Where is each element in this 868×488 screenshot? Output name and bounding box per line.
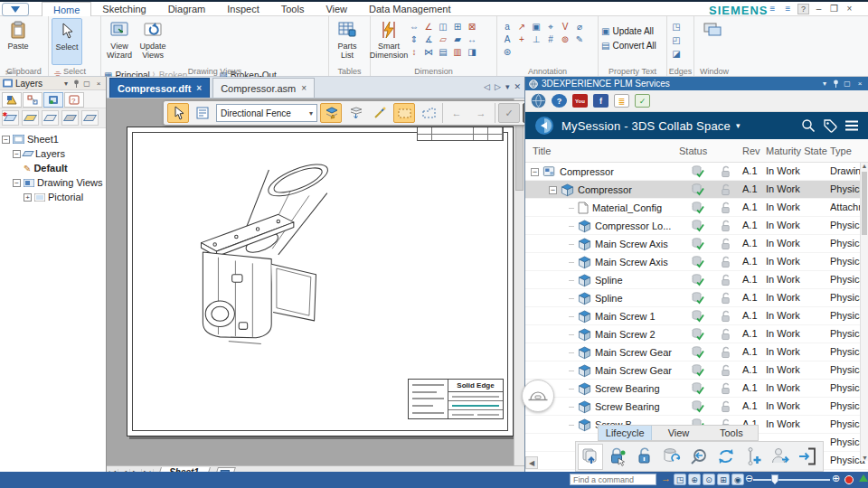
tree-node-pictorial[interactable]: + Pictorial [2, 190, 104, 204]
tree-node-sheet[interactable]: − Sheet1 [2, 132, 104, 146]
show-layer-icon[interactable] [22, 110, 39, 126]
menu-tab[interactable]: View [315, 2, 358, 16]
panel-menu-icon[interactable]: ▾ [61, 80, 71, 88]
menu-tab[interactable]: Inspect [216, 2, 269, 16]
table-row[interactable]: Compressor Lo... A.1 In Work Physica [525, 217, 868, 235]
zoom-slider-handle[interactable] [771, 474, 778, 484]
canvas-vertical-scrollbar[interactable]: ▲ [514, 99, 524, 465]
close-tab-icon[interactable]: × [196, 83, 202, 93]
find-command-input[interactable] [570, 474, 656, 485]
table-row[interactable]: Main Screw 1 A.1 In Work Physica [525, 307, 868, 325]
groups-tab-icon[interactable] [23, 92, 42, 108]
dimension-tool-icon[interactable]: ↔ [465, 34, 479, 47]
annotation-tool-icon[interactable]: ⌀ [572, 22, 587, 34]
help-tab-icon[interactable]: ? [64, 92, 84, 108]
tree-node-default-layer[interactable]: ✎ Default [2, 161, 104, 175]
lock-checkout-button[interactable] [605, 444, 630, 470]
search-icon[interactable] [801, 118, 816, 133]
dimension-tool-icon[interactable]: ⊞ [450, 22, 465, 34]
menu-tab[interactable]: Sketching [91, 2, 156, 16]
column-title[interactable]: Title [533, 145, 551, 156]
close-panel-icon[interactable]: × [855, 80, 864, 88]
save-to-plm-button[interactable] [578, 444, 603, 470]
collapse-icon[interactable]: − [13, 150, 21, 158]
table-row[interactable]: − Compressor A.1 In Work Drawing [525, 163, 868, 181]
pin-icon[interactable] [833, 80, 839, 88]
close-panel-icon[interactable]: × [94, 80, 103, 88]
edges-tool-icon[interactable]: ◪ [670, 49, 683, 61]
collapse-icon[interactable]: − [13, 179, 21, 187]
annotation-tool-icon[interactable]: ↗ [514, 22, 529, 34]
dimension-tool-icon[interactable]: ↕ [407, 47, 421, 60]
options-list-button[interactable] [192, 103, 213, 123]
document-tab[interactable]: Compressor.dft × [109, 78, 210, 98]
table-row[interactable]: Main Screw Axis A.1 In Work Physica [525, 235, 868, 253]
popup-tab[interactable]: Lifecycle [599, 426, 652, 440]
dimension-tool-icon[interactable]: ⇕ [407, 34, 421, 47]
sync-button[interactable] [713, 444, 739, 470]
table-row[interactable]: Screw Bearing A.1 In Work Physica [525, 398, 868, 416]
dimension-tool-icon[interactable]: ◫ [436, 22, 450, 34]
tab-list-icon[interactable]: ▾ [505, 82, 510, 91]
close-document-icon[interactable]: ✕ [514, 82, 521, 91]
dimension-tool-icon[interactable]: ∠ [421, 22, 436, 34]
dimension-tool-icon[interactable]: ∡ [421, 34, 436, 47]
column-maturity[interactable]: Maturity State [766, 145, 827, 156]
exit-button[interactable] [795, 444, 820, 470]
dimension-tool-icon[interactable]: ◨ [465, 47, 479, 60]
pin-icon[interactable] [73, 80, 80, 88]
drawing-canvas[interactable]: Solid Edge [107, 99, 514, 465]
expand-icon[interactable]: + [24, 193, 32, 202]
annotation-tool-icon[interactable]: + [514, 34, 529, 47]
facebook-icon[interactable]: f [593, 94, 609, 108]
collapse-icon[interactable]: − [2, 136, 10, 144]
top-level-select-button[interactable] [320, 103, 342, 123]
scroll-tabs-right-icon[interactable]: ▷ [495, 82, 501, 91]
transfer-ownership-button[interactable] [768, 444, 793, 470]
table-row[interactable]: − Compressor A.1 In Work Physica [525, 181, 868, 199]
view-wizard-button[interactable]: View Wizard [104, 18, 135, 65]
dimension-tool-icon[interactable]: ▤ [436, 47, 450, 60]
table-row[interactable]: Spline A.1 In Work Physica [525, 289, 868, 307]
document-tab[interactable]: Compressor.asm × [212, 78, 315, 98]
dimension-tool-icon[interactable]: ⇔ [407, 22, 421, 34]
table-row[interactable]: Main Screw Axis A.1 In Work Physica [525, 253, 868, 271]
back-button[interactable]: ← [446, 103, 467, 123]
edges-tool-icon[interactable]: ◳ [670, 22, 683, 33]
quickpick-button[interactable] [369, 103, 391, 123]
annotation-tool-icon[interactable]: V [558, 22, 572, 34]
minimize-button[interactable]: – [813, 4, 825, 14]
annotation-tool-icon[interactable]: a [500, 22, 514, 34]
collapse-icon[interactable]: − [531, 168, 539, 176]
record-icon[interactable] [844, 475, 854, 484]
plm-vertical-scrollbar[interactable]: ▲▼ [860, 163, 868, 461]
restore-button[interactable]: ❐ [828, 4, 840, 14]
assistant-helmet-button[interactable] [522, 380, 554, 412]
property-text-command[interactable]: ▤Convert All [601, 38, 664, 52]
layers-tab-icon[interactable] [43, 92, 63, 108]
dimension-tool-icon[interactable]: ▥ [450, 47, 465, 60]
annotation-tool-icon[interactable]: ▣ [529, 22, 543, 34]
column-status[interactable]: Status [679, 145, 707, 156]
panel-menu-icon[interactable]: ▾ [820, 80, 829, 88]
zoom-icon[interactable]: ⊕ [688, 474, 701, 485]
layout-alt-icon[interactable]: ≡ [782, 4, 794, 14]
compass-globe-icon[interactable] [531, 93, 546, 108]
table-row[interactable]: Screw Bearing A.1 In Work Physica [525, 380, 868, 398]
layout-icon[interactable]: ≡ [767, 4, 778, 14]
float-panel-icon[interactable]: ▢ [82, 80, 91, 88]
tree-node-drawing-views[interactable]: − Drawing Views [2, 175, 104, 190]
select-tool-button[interactable] [167, 103, 189, 123]
annotation-tool-icon[interactable]: ⊥ [529, 34, 543, 47]
hamburger-menu-icon[interactable] [844, 120, 859, 131]
zoom-slider-track[interactable] [753, 479, 830, 481]
forward-button[interactable]: → [470, 103, 492, 123]
zoom-out-icon[interactable]: ⊖ [745, 473, 753, 484]
command-arrow-icon[interactable]: → [661, 473, 671, 483]
edges-tool-icon[interactable]: ◰ [670, 35, 683, 47]
dimension-tool-icon[interactable]: ▱ [436, 34, 450, 47]
table-row[interactable]: Material_Config A.1 In Work Attachm [525, 199, 868, 217]
menu-tab[interactable]: Home [42, 2, 91, 16]
table-row[interactable]: Main Screw 2 A.1 In Work Physica [525, 325, 868, 343]
database-refresh-button[interactable] [659, 444, 684, 470]
